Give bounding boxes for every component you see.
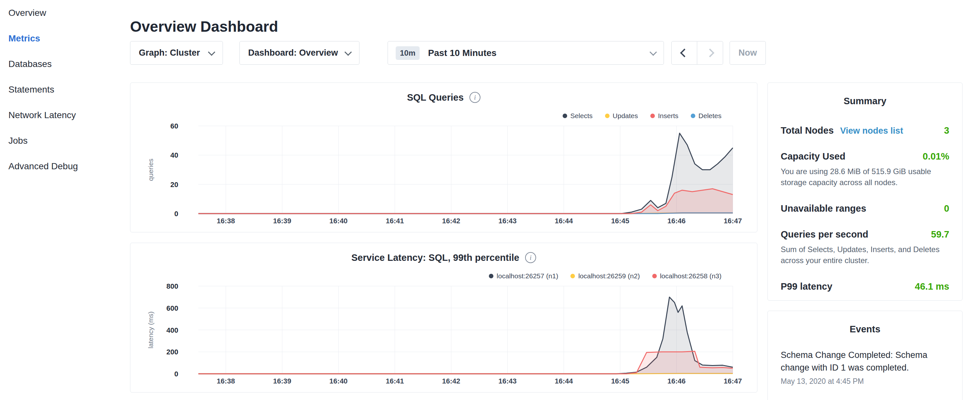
series-area: [198, 133, 733, 214]
summary-row-total-nodes: Total Nodes View nodes list 3: [781, 125, 949, 136]
p99-latency-label: P99 latency: [781, 281, 832, 292]
chart-canvas: 16:3816:3916:4016:4116:4216:4316:4416:45…: [140, 118, 748, 225]
time-pager: [671, 41, 723, 65]
legend-dot-icon: [650, 113, 655, 118]
chart-title: SQL Queries: [407, 92, 464, 103]
dashboard-dropdown[interactable]: Dashboard: Overview: [239, 41, 360, 65]
sidebar-item-jobs[interactable]: Jobs: [0, 128, 125, 153]
total-nodes-label: Total Nodes: [781, 125, 834, 136]
x-tick-label: 16:38: [217, 377, 235, 385]
x-tick-label: 16:47: [724, 377, 742, 385]
p99-latency-value: 46.1 ms: [915, 281, 949, 292]
view-nodes-list-link[interactable]: View nodes list: [840, 126, 903, 136]
qps-value: 59.7: [931, 229, 949, 240]
y-tick-label: 0: [174, 370, 178, 378]
qps-label: Queries per second: [781, 229, 869, 240]
summary-panel: Summary Total Nodes View nodes list 3 Ca…: [767, 83, 963, 301]
x-tick-label: 16:45: [611, 377, 629, 385]
series-area: [198, 351, 733, 374]
legend-dot-icon: [691, 113, 695, 118]
sidebar-item-metrics[interactable]: Metrics: [0, 25, 125, 51]
sql-queries-chart-plot[interactable]: 16:3816:3916:4016:4116:4216:4316:4416:45…: [140, 118, 748, 225]
x-tick-label: 16:44: [555, 217, 573, 225]
time-range-badge: 10m: [396, 46, 420, 60]
y-tick-label: 600: [166, 304, 178, 312]
x-tick-label: 16:44: [555, 377, 573, 385]
x-tick-label: 16:41: [386, 377, 404, 385]
x-tick-label: 16:42: [442, 217, 460, 225]
y-tick-label: 0: [174, 210, 178, 218]
x-tick-label: 16:45: [611, 217, 629, 225]
events-heading: Events: [781, 311, 949, 335]
event-entry-timestamp: May 13, 2020 at 4:45 PM: [781, 377, 949, 386]
legend-dot-icon: [605, 113, 609, 118]
series-line: [198, 133, 733, 214]
sidebar: Overview Metrics Databases Statements Ne…: [0, 0, 125, 400]
summary-row-unavailable-ranges: Unavailable ranges 0: [781, 203, 949, 214]
chevron-left-icon: [680, 49, 689, 57]
y-tick-label: 20: [170, 180, 178, 189]
service-latency-chart-plot[interactable]: 16:3816:3916:4016:4116:4216:4316:4416:45…: [140, 279, 748, 386]
chevron-down-icon: [208, 48, 215, 56]
y-tick-label: 60: [170, 122, 178, 130]
capacity-description: You are using 28.6 MiB of 515.9 GiB usab…: [781, 166, 949, 188]
y-tick-label: 400: [166, 326, 178, 334]
x-tick-label: 16:47: [724, 217, 742, 225]
x-tick-label: 16:39: [273, 217, 291, 225]
time-range-label: Past 10 Minutes: [428, 48, 496, 58]
graph-scope-label: Graph: Cluster: [139, 48, 200, 58]
x-tick-label: 16:46: [667, 377, 686, 385]
sidebar-item-databases[interactable]: Databases: [0, 51, 125, 77]
chart-canvas: 16:3816:3916:4016:4116:4216:4316:4416:45…: [140, 279, 748, 386]
time-range-dropdown[interactable]: 10m Past 10 Minutes: [388, 41, 664, 65]
summary-row-qps: Queries per second 59.7: [781, 229, 949, 240]
dashboard-label: Dashboard: Overview: [248, 48, 338, 58]
unavailable-ranges-value: 0: [944, 203, 949, 214]
sidebar-item-network-latency[interactable]: Network Latency: [0, 102, 125, 128]
event-entry-text: Schema Change Completed: Schema change w…: [781, 349, 949, 374]
total-nodes-value: 3: [944, 125, 949, 136]
legend-dot-icon: [489, 274, 493, 278]
info-icon[interactable]: i: [469, 92, 480, 103]
y-axis-label: latency (ms): [147, 311, 154, 348]
x-tick-label: 16:40: [329, 377, 347, 385]
chevron-down-icon: [650, 48, 657, 56]
x-tick-label: 16:39: [273, 377, 291, 385]
sidebar-item-overview[interactable]: Overview: [0, 0, 125, 25]
x-tick-label: 16:43: [498, 217, 516, 225]
info-icon[interactable]: i: [525, 252, 536, 263]
x-tick-label: 16:38: [217, 217, 235, 225]
sql-queries-card: SQL Queries i SelectsUpdatesInsertsDelet…: [130, 83, 757, 233]
qps-description: Sum of Selects, Updates, Inserts, and De…: [781, 244, 949, 266]
capacity-label: Capacity Used: [781, 151, 845, 162]
legend-dot-icon: [570, 274, 575, 278]
series-area: [198, 189, 733, 214]
y-tick-label: 40: [170, 151, 178, 159]
chevron-down-icon: [345, 48, 352, 56]
legend-dot-icon: [563, 113, 567, 118]
sidebar-item-statements[interactable]: Statements: [0, 77, 125, 102]
chart-title: Service Latency: SQL, 99th percentile: [352, 252, 519, 263]
capacity-value: 0.01%: [923, 151, 949, 162]
x-tick-label: 16:41: [386, 217, 404, 225]
service-latency-card: Service Latency: SQL, 99th percentile i …: [130, 243, 757, 392]
x-tick-label: 16:42: [442, 377, 460, 385]
y-tick-label: 200: [166, 348, 178, 356]
time-prev-button[interactable]: [671, 41, 697, 65]
graph-scope-dropdown[interactable]: Graph: Cluster: [130, 41, 223, 65]
unavailable-ranges-label: Unavailable ranges: [781, 203, 866, 214]
legend-dot-icon: [652, 274, 657, 278]
y-tick-label: 800: [166, 282, 178, 290]
summary-row-capacity: Capacity Used 0.01%: [781, 151, 949, 162]
events-panel: Events Schema Change Completed: Schema c…: [767, 311, 963, 400]
x-tick-label: 16:40: [329, 217, 347, 225]
page-title: Overview Dashboard: [130, 18, 278, 35]
time-next-button[interactable]: [697, 41, 723, 65]
summary-heading: Summary: [781, 83, 949, 107]
sidebar-item-advanced-debug[interactable]: Advanced Debug: [0, 153, 125, 179]
chevron-right-icon: [706, 49, 714, 57]
y-axis-label: queries: [147, 159, 154, 181]
now-button[interactable]: Now: [730, 41, 766, 65]
summary-row-p99-latency: P99 latency 46.1 ms: [781, 281, 949, 292]
x-tick-label: 16:46: [667, 217, 686, 225]
